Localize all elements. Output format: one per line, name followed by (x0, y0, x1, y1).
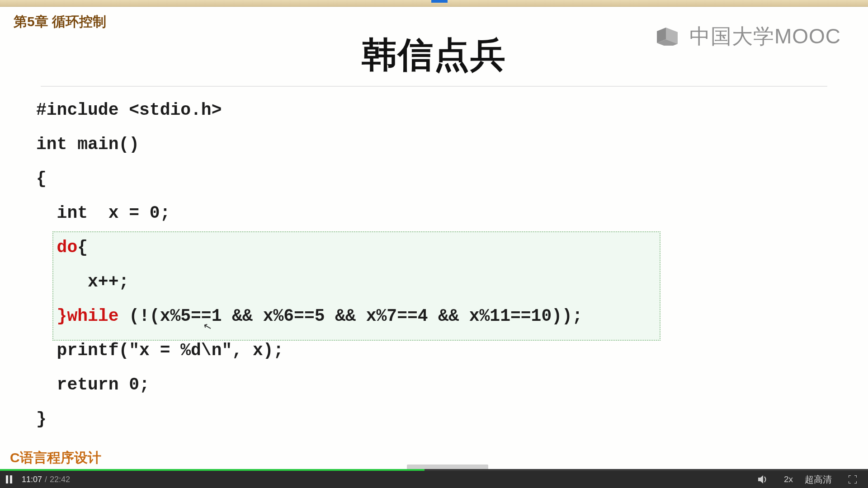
quality-selector[interactable]: 超高清 (805, 474, 832, 486)
video-area: 第5章 循环控制 中国大学MOOC 韩信点兵 #include <stdio.h… (0, 0, 868, 471)
code-keyword-while: }while (36, 306, 129, 326)
code-line: x++; (36, 273, 583, 291)
code-line: printf("x = %d\n", x); (36, 342, 583, 359)
slide-top-accent (431, 0, 448, 3)
slide-top-strip (0, 0, 868, 7)
player-controls: 11:07/22:42 2x 超高清 (0, 471, 868, 488)
svg-marker-5 (758, 475, 763, 483)
code-line: int x = 0; (36, 205, 583, 222)
code-line: return 0; (36, 376, 583, 394)
svg-rect-3 (6, 475, 8, 483)
code-line: } (36, 411, 583, 428)
slide-title: 韩信点兵 (0, 32, 868, 79)
title-rule (41, 86, 827, 87)
volume-icon (758, 475, 768, 483)
pause-icon (5, 475, 13, 483)
code-line: }while (!(x%5==1 && x%6==5 && x%7==4 && … (36, 308, 583, 325)
chapter-label: 第5章 循环控制 (14, 13, 106, 31)
pause-button[interactable] (0, 471, 18, 488)
code-line: #include <stdio.h> (36, 102, 583, 119)
fullscreen-icon (849, 475, 857, 483)
time-display: 11:07/22:42 (22, 475, 70, 484)
slide: 第5章 循环控制 中国大学MOOC 韩信点兵 #include <stdio.h… (0, 0, 868, 471)
playback-speed[interactable]: 2x (784, 474, 793, 484)
code-line: int main() (36, 136, 583, 153)
svg-rect-4 (10, 475, 12, 483)
duration: 22:42 (50, 475, 70, 484)
code-keyword-do: do (36, 238, 77, 257)
slide-footer: C语言程序设计 (10, 449, 101, 467)
current-time: 11:07 (22, 475, 42, 484)
code-line: { (36, 170, 583, 188)
code-line: do{ (36, 239, 583, 256)
fullscreen-button[interactable] (844, 471, 862, 488)
code-block: #include <stdio.h> int main() { int x = … (36, 102, 583, 445)
volume-button[interactable] (754, 471, 772, 488)
